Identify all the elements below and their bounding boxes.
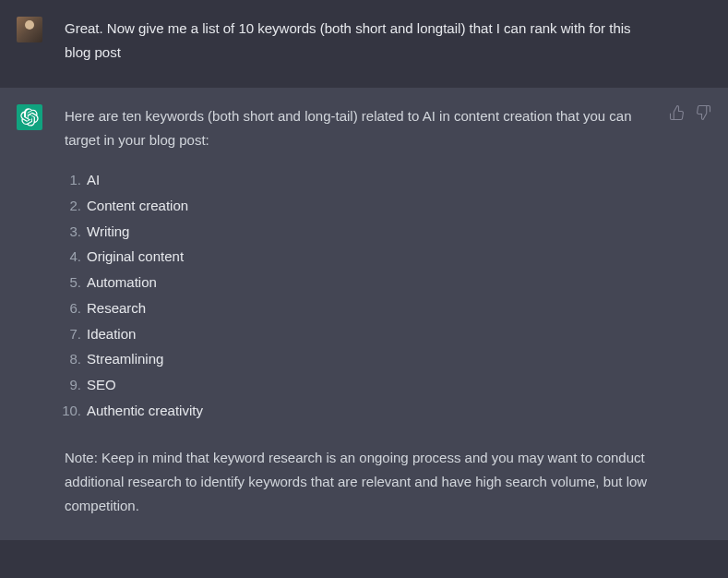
feedback-controls xyxy=(669,104,711,121)
list-item: SEO xyxy=(65,372,656,398)
list-item: AI xyxy=(65,167,656,193)
thumbs-up-icon xyxy=(669,104,686,121)
keyword-list: AI Content creation Writing Original con… xyxy=(65,167,656,424)
list-item: Research xyxy=(65,295,656,321)
thumbs-down-button[interactable] xyxy=(695,104,711,121)
list-item: Ideation xyxy=(65,321,656,347)
list-item: Original content xyxy=(65,244,656,270)
assistant-intro-text: Here are ten keywords (both short and lo… xyxy=(65,104,656,153)
list-item: Writing xyxy=(65,219,656,245)
assistant-message-row: Here are ten keywords (both short and lo… xyxy=(0,88,728,541)
assistant-message-content: Here are ten keywords (both short and lo… xyxy=(65,104,711,519)
assistant-avatar xyxy=(17,104,42,130)
list-item: Automation xyxy=(65,270,656,295)
assistant-note-text: Note: Keep in mind that keyword research… xyxy=(65,446,656,519)
user-message-row: Great. Now give me a list of 10 keywords… xyxy=(0,0,728,88)
user-avatar xyxy=(17,17,42,42)
list-item: Streamlining xyxy=(65,346,656,372)
user-message-content: Great. Now give me a list of 10 keywords… xyxy=(65,17,711,66)
thumbs-down-icon xyxy=(695,104,711,121)
user-message-text: Great. Now give me a list of 10 keywords… xyxy=(65,20,631,60)
openai-logo-icon xyxy=(20,108,39,126)
list-item: Authentic creativity xyxy=(65,398,656,424)
thumbs-up-button[interactable] xyxy=(669,104,686,121)
list-item: Content creation xyxy=(65,193,656,219)
